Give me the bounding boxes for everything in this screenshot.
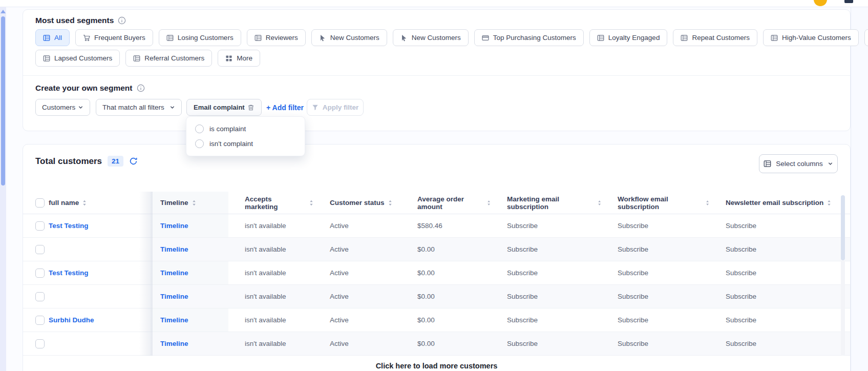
sort-icon[interactable] [706, 200, 709, 206]
scroll-up-arrow-icon[interactable] [1, 10, 6, 13]
segment-chip-label: Reviewers [266, 34, 298, 42]
cell-workflow-email-subscription: Subscribe [601, 245, 709, 253]
grid-icon [225, 55, 232, 62]
match-filters-select[interactable]: That match all filters [96, 99, 182, 116]
cell-accepts-marketing: isn't available [228, 222, 313, 230]
sort-icon[interactable] [598, 200, 601, 206]
row-checkbox[interactable] [35, 221, 45, 231]
cell-marketing-email-subscription: Subscribe [491, 269, 601, 277]
sort-icon[interactable] [388, 200, 392, 206]
timeline-link[interactable]: Timeline [160, 245, 188, 253]
segment-chip-label: New Customers [412, 34, 461, 42]
cell-workflow-email-subscription: Subscribe [601, 340, 709, 347]
column-header-label: Marketing email subscription [507, 195, 594, 211]
column-header-label: Accepts marketing [245, 195, 306, 211]
list-icon [133, 55, 140, 62]
timeline-link[interactable]: Timeline [160, 222, 188, 230]
filter-option-isn-t-complaint[interactable]: isn't complaint [186, 136, 305, 151]
cell-marketing-email-subscription: Subscribe [491, 316, 601, 324]
radio-button[interactable] [195, 125, 204, 133]
select-columns-label: Select columns [776, 160, 823, 168]
column-header-workflow-email-subscription[interactable]: Workflow email subscription [601, 195, 709, 211]
table-scrollbar-thumb[interactable] [841, 195, 845, 260]
monitor-icon[interactable] [844, 0, 853, 3]
segment-chip-repeat-customers[interactable]: Repeat Customers [673, 29, 757, 46]
segment-chip-top-purchasing-customers[interactable]: Top Purchasing Customers [474, 29, 584, 46]
add-filter-button[interactable]: + Add filter [266, 99, 304, 116]
timeline-link[interactable]: Timeline [160, 293, 188, 300]
trash-icon[interactable] [247, 104, 255, 111]
column-header-average-order-amount[interactable]: Average order amount [401, 195, 491, 211]
segment-chip-new-customers[interactable]: New Customers [311, 29, 387, 46]
cell-customer-status: Active [313, 269, 401, 277]
row-checkbox[interactable] [35, 292, 45, 301]
sort-icon[interactable] [192, 200, 196, 206]
filter-options-dropdown: is complaintisn't complaint [186, 116, 305, 156]
match-filters-value: That match all filters [102, 104, 164, 111]
column-header-full-name[interactable]: full name [49, 199, 151, 207]
sort-icon[interactable] [82, 200, 87, 206]
info-icon[interactable] [137, 84, 145, 92]
customer-name-link[interactable]: Test Testing [49, 222, 89, 230]
segment-chip-lapsed-customers[interactable]: Lapsed Customers [35, 50, 120, 67]
load-more-button[interactable]: Click here to load more customers [23, 362, 850, 370]
column-header-marketing-email-subscription[interactable]: Marketing email subscription [491, 195, 601, 211]
segment-chip-losing-customers[interactable]: Losing Customers [159, 29, 241, 46]
sort-icon[interactable] [309, 200, 313, 206]
row-checkbox[interactable] [35, 316, 45, 325]
segment-chip-frequent-visitors[interactable]: Frequent Visitors [864, 29, 868, 46]
segment-chip-reviewers[interactable]: Reviewers [247, 29, 306, 46]
column-header-accepts-marketing[interactable]: Accepts marketing [228, 195, 313, 211]
segment-chip-new-customers[interactable]: New Customers [393, 29, 469, 46]
sort-icon[interactable] [827, 200, 831, 206]
list-icon [681, 34, 688, 42]
apply-filter-label: Apply filter [323, 104, 359, 111]
timeline-link[interactable]: Timeline [160, 340, 188, 347]
cell-marketing-email-subscription: Subscribe [491, 222, 601, 230]
cell-marketing-email-subscription: Subscribe [491, 293, 601, 300]
page-scrollbar[interactable] [0, 7, 6, 371]
row-checkbox[interactable] [35, 269, 45, 278]
segment-chip-more[interactable]: More [218, 50, 260, 67]
funnel-icon [312, 104, 319, 111]
timeline-link[interactable]: Timeline [160, 316, 188, 324]
apply-filter-button[interactable]: Apply filter [307, 99, 364, 116]
select-all-checkbox[interactable] [35, 198, 45, 208]
customer-name-link[interactable]: Test Testing [49, 269, 89, 277]
info-icon[interactable] [118, 16, 126, 25]
columns-icon [764, 160, 771, 168]
cell-marketing-email-subscription: Subscribe [491, 340, 601, 347]
filter-option-is-complaint[interactable]: is complaint [186, 121, 305, 136]
cell-accepts-marketing: isn't available [228, 245, 313, 253]
cell-customer-status: Active [313, 245, 401, 253]
column-header-timeline[interactable]: Timeline [151, 199, 228, 207]
segment-chip-referral-customers[interactable]: Referral Customers [125, 50, 212, 67]
customers-card: Total customers 21 Select columns full n… [23, 144, 851, 371]
column-header-newsletter-email-subscription[interactable]: Newsletter email subscription [709, 199, 850, 207]
segment-chip-loyalty-engaged[interactable]: Loyalty Engaged [589, 29, 668, 46]
column-header-label: Newsletter email subscription [726, 199, 823, 207]
timeline-link[interactable]: Timeline [160, 269, 188, 277]
segment-chip-label: All [54, 34, 62, 42]
segment-chip-frequent-buyers[interactable]: Frequent Buyers [75, 29, 153, 46]
segment-chip-label: Repeat Customers [692, 34, 750, 42]
list-icon [43, 55, 50, 62]
row-checkbox[interactable] [35, 339, 45, 348]
email-complaint-filter-chip[interactable]: Email complaint [186, 99, 262, 116]
column-header-customer-status[interactable]: Customer status [313, 199, 401, 207]
page-scrollbar-thumb[interactable] [1, 16, 5, 186]
cell-customer-status: Active [313, 316, 401, 324]
sort-icon[interactable] [487, 200, 491, 206]
table-scrollbar-track[interactable] [841, 260, 845, 356]
select-columns-button[interactable]: Select columns [759, 154, 838, 173]
entity-select[interactable]: Customers [35, 99, 90, 116]
segment-chip-all[interactable]: All [35, 29, 70, 46]
segment-chip-label: Frequent Buyers [94, 34, 145, 42]
customer-name-link[interactable]: Surbhi Dudhe [49, 316, 94, 324]
right-side-panel [851, 0, 868, 371]
refresh-icon[interactable] [129, 157, 138, 166]
segment-chip-high-value-customers[interactable]: High-Value Customers [763, 29, 859, 46]
top-bar [0, 0, 868, 7]
row-checkbox[interactable] [35, 245, 45, 254]
radio-button[interactable] [195, 139, 204, 148]
